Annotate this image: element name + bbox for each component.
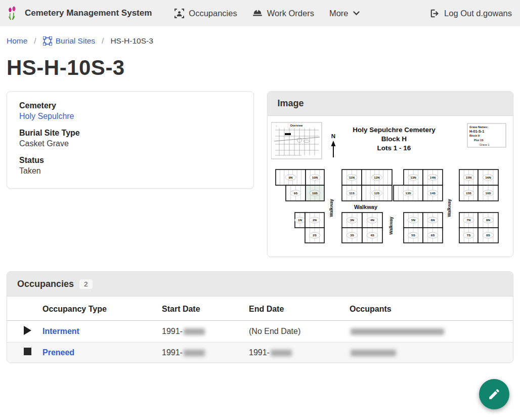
map-title: Holy Sepulchre CemeteryBlock HLots 1 - 1… <box>353 126 436 152</box>
svg-text:10S: 10S <box>312 191 318 195</box>
svg-text:7S: 7S <box>466 233 470 237</box>
occupancies-card: Occupancies 2 Occupancy Type Start Date … <box>7 271 513 363</box>
column-header-occupancy-type: Occupancy Type <box>38 297 158 321</box>
svg-text:8S: 8S <box>486 233 490 237</box>
nav-item-label: Work Orders <box>267 9 314 18</box>
column-header-end-date: End Date <box>245 297 345 321</box>
status-field: Status Taken <box>19 156 241 176</box>
occupancy-type-link[interactable]: Preneed <box>42 348 74 357</box>
svg-text:N: N <box>331 133 335 139</box>
svg-text:6N: 6N <box>430 218 435 222</box>
cemetery-field: Cemetery Holy Sepulchre <box>19 101 241 121</box>
svg-text:9N: 9N <box>288 176 292 179</box>
play-status-icon <box>24 326 31 335</box>
column-header-start-date: Start Date <box>158 297 245 321</box>
redacted-value <box>351 350 396 356</box>
pencil-icon <box>488 388 501 401</box>
svg-text:14S: 14S <box>430 191 436 195</box>
vector-square-icon <box>43 36 52 46</box>
svg-text:Grave Names:: Grave Names: <box>469 125 488 129</box>
svg-text:8N: 8N <box>486 218 490 222</box>
occupancies-icon <box>175 9 184 18</box>
logout-icon <box>430 9 440 18</box>
svg-text:Block H: Block H <box>381 135 406 143</box>
redacted-value <box>271 350 292 356</box>
burial-site-type-field: Burial Site Type Casket Grave <box>19 129 241 148</box>
breadcrumb-home-link[interactable]: Home <box>7 36 27 46</box>
chevron-down-icon <box>353 11 360 16</box>
app-title: Cemetery Management System <box>25 8 152 18</box>
svg-text:H-01-S-1: H-01-S-1 <box>469 129 484 134</box>
plot-map-image[interactable]: Overview ↓ N Holy Sepulchre CemeteryBloc… <box>268 116 513 257</box>
status-label: Status <box>19 156 241 165</box>
nav-item-more[interactable]: More <box>329 9 360 18</box>
svg-text:3N: 3N <box>350 218 354 222</box>
svg-text:14N: 14N <box>429 176 436 179</box>
occupancy-row: Interment1991-(No End Date) <box>7 321 513 343</box>
breadcrumb-burial-sites-label: Burial Sites <box>56 36 95 46</box>
page-title: HS-H-10S-3 <box>7 56 513 80</box>
svg-text:Overview: Overview <box>290 124 302 127</box>
occupancies-title: Occupancies <box>17 279 74 289</box>
svg-text:16S: 16S <box>485 191 491 195</box>
svg-text:5N: 5N <box>411 218 415 222</box>
breadcrumb-burial-sites-link[interactable]: Burial Sites <box>43 36 95 46</box>
logout-label: Log Out d.gowans <box>444 9 512 18</box>
cemetery-link[interactable]: Holy Sepulchre <box>19 112 74 120</box>
svg-text:Walkway: Walkway <box>388 217 394 235</box>
breadcrumb-separator: / <box>102 36 104 46</box>
image-card: Image Overview ↓ <box>267 91 513 257</box>
nav-item-work-orders[interactable]: Work Orders <box>252 9 314 18</box>
svg-text:4N: 4N <box>370 218 374 222</box>
status-value: Taken <box>19 166 241 176</box>
tulip-logo-icon <box>7 6 20 20</box>
occupancy-type-link[interactable]: Interment <box>42 327 79 335</box>
north-arrow-icon: N <box>331 133 335 157</box>
svg-text:2S: 2S <box>313 233 317 237</box>
app-brand[interactable]: Cemetery Management System <box>7 6 152 20</box>
svg-text:4S: 4S <box>370 233 374 237</box>
svg-text:Walkway: Walkway <box>447 199 452 217</box>
svg-text:12S: 12S <box>374 191 379 195</box>
lot-grid: 9N10N9S10S11N12N11S12S13N14N13S14S15N16N… <box>276 170 498 243</box>
occupancies-table: Occupancy Type Start Date End Date Occup… <box>7 297 513 362</box>
svg-text:6S: 6S <box>430 233 435 237</box>
svg-text:9S: 9S <box>293 191 297 195</box>
svg-text:13S: 13S <box>405 191 411 195</box>
redacted-value <box>184 328 205 335</box>
occupancies-count-badge: 2 <box>79 279 93 289</box>
overview-thumbnail: Overview ↓ <box>271 122 322 159</box>
occupancy-row: Preneed1991-1991- <box>7 343 513 363</box>
nav-item-label: More <box>329 9 349 18</box>
svg-text:12N: 12N <box>374 176 380 179</box>
svg-text:16N: 16N <box>485 176 491 179</box>
breadcrumb: Home / Burial Sites / HS-H-10S-3 <box>0 26 520 48</box>
burial-site-type-label: Burial Site Type <box>19 129 241 138</box>
cemetery-label: Cemetery <box>19 101 241 110</box>
svg-text:1N: 1N <box>298 218 302 222</box>
svg-text:11S: 11S <box>349 191 355 195</box>
grave-names-legend: Grave Names:H-01-S-1Block HPlot 1SGrave … <box>467 123 506 147</box>
breadcrumb-current: HS-H-10S-3 <box>110 36 153 46</box>
edit-fab-button[interactable] <box>479 379 509 409</box>
svg-text:13N: 13N <box>410 176 416 179</box>
burial-site-details-card: Cemetery Holy Sepulchre Burial Site Type… <box>7 91 254 189</box>
svg-text:Lots 1 - 16: Lots 1 - 16 <box>377 144 411 152</box>
svg-text:Walkway: Walkway <box>354 204 378 210</box>
image-card-header: Image <box>268 92 513 116</box>
logout-button[interactable]: Log Out d.gowans <box>430 9 512 18</box>
burial-site-type-value: Casket Grave <box>19 139 241 148</box>
redacted-value <box>351 328 444 335</box>
svg-text:7N: 7N <box>466 218 470 222</box>
svg-text:11N: 11N <box>349 176 355 179</box>
svg-text:10N: 10N <box>312 176 318 179</box>
svg-text:5S: 5S <box>411 233 415 237</box>
occupancies-header: Occupancies 2 <box>7 272 513 297</box>
svg-text:Grave 1: Grave 1 <box>480 143 490 146</box>
nav-item-label: Occupancies <box>189 9 237 18</box>
stop-status-icon <box>24 348 31 355</box>
breadcrumb-separator: / <box>34 36 36 46</box>
svg-text:Plot 1S: Plot 1S <box>474 139 484 142</box>
column-header-occupants: Occupants <box>345 297 513 321</box>
nav-item-occupancies[interactable]: Occupancies <box>175 9 237 18</box>
